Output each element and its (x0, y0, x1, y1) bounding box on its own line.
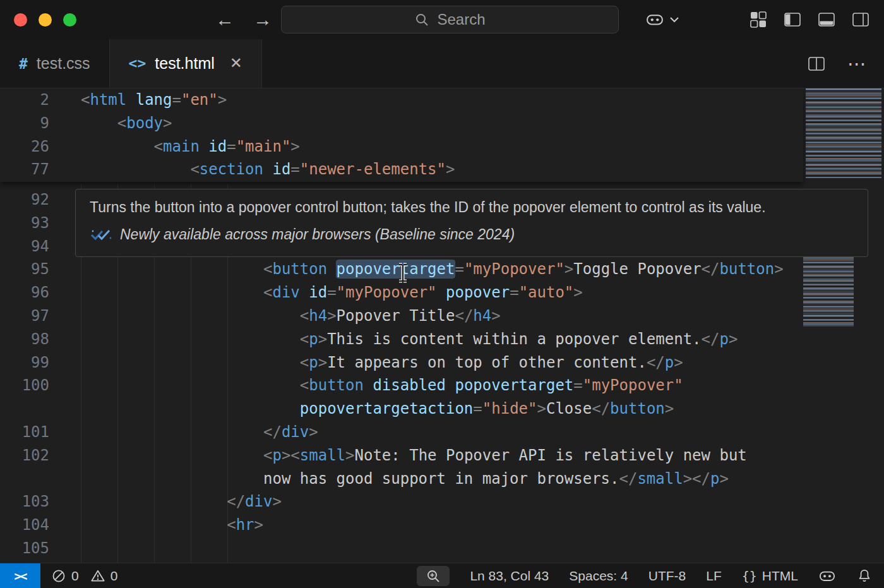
toggle-primary-sidebar-icon[interactable] (783, 10, 802, 29)
line-number: 2 (0, 88, 49, 112)
line-number: 9 (0, 112, 49, 135)
copilot-icon (645, 10, 664, 29)
maximize-window-button[interactable] (63, 13, 76, 27)
toggle-panel-icon[interactable] (817, 10, 836, 29)
split-editor-icon[interactable] (807, 55, 826, 73)
tooltip-description: Turns the button into a popover control … (90, 199, 854, 216)
indentation-setting[interactable]: Spaces: 4 (569, 568, 628, 584)
copilot-status-icon[interactable] (818, 567, 836, 585)
code-line[interactable]: 98 <p>This is content within a popover e… (0, 328, 803, 351)
minimap-code-block (806, 88, 881, 178)
line-content: <h4>Popover Title</h4> (81, 304, 501, 328)
search-placeholder: Search (437, 11, 485, 28)
baseline-check-icon (90, 228, 112, 242)
warning-icon (91, 569, 105, 583)
minimize-window-button[interactable] (39, 13, 52, 27)
title-bar: ← → Search (0, 0, 884, 39)
tab-test-css[interactable]: # test.css (0, 39, 110, 88)
copilot-menu[interactable] (645, 10, 679, 29)
line-number: 104 (0, 513, 49, 537)
line-number: 100 (0, 374, 49, 397)
css-file-icon: # (19, 56, 28, 72)
tab-label: test.html (155, 54, 214, 73)
mouse-ibeam-cursor (396, 263, 410, 283)
encoding-setting[interactable]: UTF-8 (648, 568, 686, 584)
tooltip-baseline-note: Newly available across major browsers (B… (120, 226, 515, 243)
line-content: <div id="myPopover" popover="auto"> (81, 281, 583, 304)
hover-tooltip: Turns the button into a popover control … (75, 189, 868, 257)
line-content: <p><small>Note: The Popover API is relat… (81, 444, 747, 467)
line-number: 26 (0, 135, 49, 159)
code-line[interactable]: 99 <p>It appears on top of other content… (0, 351, 803, 375)
language-label: HTML (762, 568, 798, 584)
line-content: <hr> (81, 513, 263, 537)
line-number: 93 (0, 212, 49, 235)
line-content: <section id="newer-elements"> (81, 158, 455, 181)
line-number: 103 (0, 490, 49, 513)
line-content: <p>This is content within a popover elem… (81, 328, 738, 351)
notifications-bell-icon[interactable] (856, 568, 873, 584)
line-number: 101 (0, 421, 49, 444)
code-line[interactable]: 102 <p><small>Note: The Popover API is r… (0, 444, 803, 467)
close-tab-icon[interactable]: ✕ (230, 54, 242, 72)
toggle-secondary-sidebar-icon[interactable] (851, 10, 870, 29)
line-number: 92 (0, 188, 49, 212)
eol-setting[interactable]: LF (706, 568, 722, 584)
language-mode[interactable]: {} HTML (742, 568, 798, 584)
customize-layout-icon[interactable] (749, 10, 768, 29)
line-content: now has good support in major browsers.<… (81, 467, 729, 491)
code-line[interactable]: 9 <body> (0, 112, 803, 135)
code-line[interactable]: 104 <hr> (0, 513, 803, 537)
warning-count: 0 (110, 568, 118, 584)
code-editor[interactable]: 92939495 <button popovertarget="myPopove… (0, 88, 884, 563)
line-number: 99 (0, 351, 49, 375)
code-line[interactable]: 101 </div> (0, 421, 803, 444)
code-line[interactable]: 77 <section id="newer-elements"> (0, 158, 803, 181)
code-line[interactable]: 26 <main id="main"> (0, 135, 803, 159)
line-content: <button disabled popovertarget="myPopove… (81, 374, 683, 397)
code-line[interactable]: 105 (0, 537, 803, 560)
problems-indicator[interactable]: 0 0 (52, 568, 124, 584)
line-content: <main id="main"> (81, 135, 300, 159)
back-button[interactable]: ← (215, 9, 234, 30)
close-window-button[interactable] (14, 13, 27, 27)
editor-tab-bar: # test.css <> test.html ✕ ⋯ (0, 39, 884, 88)
line-content: <html lang="en"> (81, 88, 227, 112)
cursor-position[interactable]: Ln 83, Col 43 (470, 568, 549, 584)
braces-icon: {} (742, 568, 757, 584)
line-number: 94 (0, 235, 49, 258)
tab-test-html[interactable]: <> test.html ✕ (110, 39, 262, 88)
sticky-scroll[interactable]: 2<html lang="en">9 <body>26 <main id="ma… (0, 88, 803, 182)
error-count: 0 (71, 568, 79, 584)
line-number: 77 (0, 158, 49, 181)
line-content: <p>It appears on top of other content.</… (81, 351, 683, 375)
zoom-indicator[interactable] (417, 566, 450, 586)
remote-indicator[interactable]: >< (0, 563, 40, 588)
line-number: 95 (0, 258, 49, 281)
line-content: popovertargetaction="hide">Close</button… (81, 397, 674, 421)
code-line[interactable]: 103 </div> (0, 490, 803, 513)
forward-button[interactable]: → (253, 9, 272, 30)
code-line[interactable]: popovertargetaction="hide">Close</button… (0, 397, 803, 421)
line-content: <body> (81, 112, 172, 135)
chevron-down-icon (669, 16, 679, 23)
window-controls (14, 13, 76, 27)
command-center-search[interactable]: Search (281, 6, 619, 33)
line-number: 105 (0, 537, 49, 560)
code-line[interactable]: now has good support in major browsers.<… (0, 467, 803, 491)
error-icon (52, 569, 66, 583)
line-number: 102 (0, 444, 49, 467)
code-line[interactable]: 96 <div id="myPopover" popover="auto"> (0, 281, 803, 304)
line-number (0, 397, 49, 421)
line-content: </div> (81, 421, 318, 444)
line-content: <button popovertarget="myPopover">Toggle… (81, 258, 784, 281)
tab-label: test.css (37, 54, 90, 73)
vscode-window: ← → Search (0, 0, 884, 588)
more-actions-icon[interactable]: ⋯ (847, 52, 868, 75)
status-bar: >< 0 0 Ln 83, Col 43 Spaces: 4 UTF-8 LF … (0, 563, 884, 588)
code-line[interactable]: 2<html lang="en"> (0, 88, 803, 112)
line-content: </div> (81, 490, 282, 513)
code-line[interactable]: 100 <button disabled popovertarget="myPo… (0, 374, 803, 397)
code-line[interactable]: 97 <h4>Popover Title</h4> (0, 304, 803, 328)
line-number (0, 467, 49, 491)
